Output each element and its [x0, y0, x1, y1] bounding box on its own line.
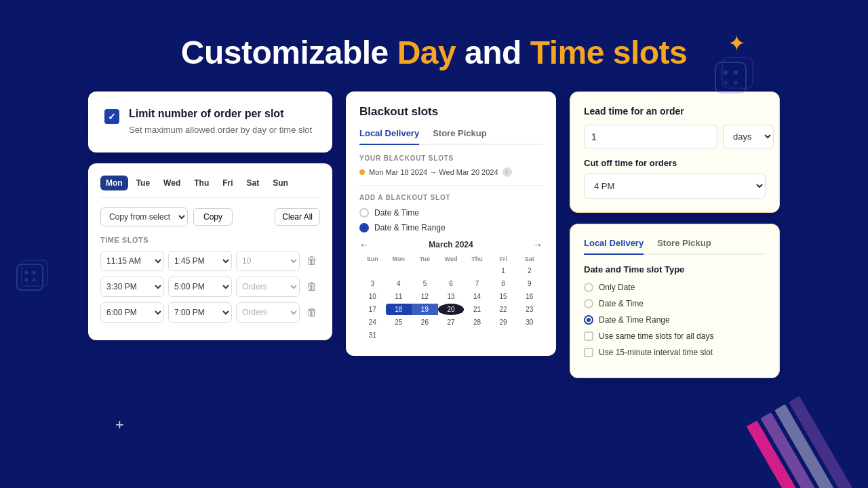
cal-cell-19[interactable]: 19: [412, 304, 438, 315]
cal-cell[interactable]: 13: [438, 291, 465, 302]
copy-from-select[interactable]: Copy from select: [100, 207, 188, 226]
svg-rect-15: [789, 396, 867, 488]
slot2-delete-button[interactable]: 🗑: [304, 279, 320, 295]
slot2-end-select[interactable]: 5:00 PM: [168, 277, 232, 297]
slot1-delete-button[interactable]: 🗑: [304, 253, 320, 269]
day-fri[interactable]: Fri: [217, 176, 238, 190]
day-mon[interactable]: Mon: [100, 176, 128, 190]
cal-next-button[interactable]: →: [533, 239, 542, 250]
cal-prev-button[interactable]: ←: [359, 239, 369, 250]
your-slots-label: YOUR BLACKOUT SLOTS: [359, 155, 542, 162]
limit-orders-checkbox[interactable]: [104, 109, 119, 124]
cal-cell[interactable]: 28: [464, 317, 490, 328]
radio-date-time-option-label: Date & Time: [599, 299, 644, 308]
cal-cell[interactable]: 25: [386, 317, 412, 328]
slot2-start-select[interactable]: 3:30 PM: [100, 277, 164, 297]
cal-cell[interactable]: [412, 265, 438, 277]
cal-cell[interactable]: 23: [516, 304, 542, 315]
days-row: Mon Tue Wed Thu Fri Sat Sun: [100, 176, 320, 198]
slot2-orders-select[interactable]: Orders: [236, 277, 300, 297]
cal-cell[interactable]: 26: [412, 317, 438, 328]
radio-date-time-range[interactable]: Date & Time Range: [359, 223, 542, 232]
slot1-orders-select[interactable]: 10: [236, 251, 300, 271]
delivery-tab-store[interactable]: Store Pickup: [657, 238, 711, 255]
tab-local-delivery[interactable]: Local Delivery: [359, 128, 419, 145]
page-header: Customizable Day and Time slots ✦: [41, 0, 827, 92]
cal-cell[interactable]: 9: [516, 278, 542, 289]
cal-cell[interactable]: 11: [386, 291, 412, 302]
radio-date-time-range-option[interactable]: Date & Time Range: [584, 315, 766, 325]
slot-type-title: Date and Time slot Type: [584, 264, 766, 274]
cal-cell[interactable]: 29: [490, 317, 517, 328]
cal-cell[interactable]: 17: [359, 304, 386, 315]
checkbox-15min[interactable]: Use 15-minute interval time slot: [584, 348, 766, 357]
day-sun[interactable]: Sun: [267, 176, 294, 190]
cal-cell[interactable]: 10: [359, 291, 386, 302]
cal-cell[interactable]: [438, 265, 465, 277]
cutoff-select[interactable]: 4 PM 12 AM 1 AM 5 PM: [584, 174, 766, 199]
day-thu[interactable]: Thu: [189, 176, 214, 190]
cal-cell[interactable]: [464, 265, 490, 277]
slot1-end-select[interactable]: 1:45 PM: [168, 251, 232, 271]
cal-cell[interactable]: 1: [490, 265, 517, 277]
cal-cell[interactable]: [386, 329, 412, 341]
radio-date-time-range-option-label: Date & Time Range: [599, 315, 670, 325]
cal-cell[interactable]: 14: [464, 291, 490, 302]
cal-cell[interactable]: 31: [359, 329, 386, 341]
checkbox-same-slots[interactable]: Use same time slots for all days: [584, 331, 766, 341]
cal-cell[interactable]: [412, 329, 438, 341]
radio-only-date-label: Only Date: [599, 283, 635, 292]
cal-cell[interactable]: 22: [490, 304, 517, 315]
cal-cell[interactable]: 15: [490, 291, 517, 302]
slot1-start-select[interactable]: 11:15 AM: [100, 251, 164, 271]
clear-all-button[interactable]: Clear All: [275, 208, 320, 226]
cal-cell[interactable]: [490, 329, 517, 341]
limit-orders-card: Limit number of order per slot Set maxim…: [88, 92, 332, 152]
day-sat[interactable]: Sat: [241, 176, 265, 190]
cal-cell[interactable]: 16: [516, 291, 542, 302]
limit-orders-title: Limit number of order per slot: [129, 108, 312, 120]
cards-container: Limit number of order per slot Set maxim…: [41, 92, 827, 378]
cal-cell[interactable]: 12: [412, 291, 438, 302]
cal-cell[interactable]: 5: [412, 278, 438, 289]
cal-cell[interactable]: [386, 265, 412, 277]
cal-cell[interactable]: 4: [386, 278, 412, 289]
cal-cell-20[interactable]: 20: [438, 304, 465, 315]
cal-cell[interactable]: [464, 329, 490, 341]
day-tue[interactable]: Tue: [131, 176, 155, 190]
cal-cell[interactable]: 6: [438, 278, 465, 289]
cal-cell[interactable]: 3: [359, 278, 386, 289]
radio-date-time-option[interactable]: Date & Time: [584, 299, 766, 308]
cal-cell[interactable]: [438, 329, 465, 341]
slot-row-1: 11:15 AM 1:45 PM 10 🗑: [100, 251, 320, 271]
cal-cell[interactable]: 30: [516, 317, 542, 328]
day-wed[interactable]: Wed: [158, 176, 186, 190]
divider: [359, 185, 542, 186]
cal-cell[interactable]: 24: [359, 317, 386, 328]
tab-store-pickup[interactable]: Store Pickup: [433, 128, 486, 145]
slot3-end-select[interactable]: 7:00 PM: [168, 302, 232, 323]
radio-only-date[interactable]: Only Date: [584, 283, 766, 292]
radio-date-time-range-label: Date & Time Range: [374, 223, 446, 232]
delivery-tab-local[interactable]: Local Delivery: [584, 238, 644, 255]
slot3-orders-select[interactable]: Orders: [236, 302, 300, 323]
lead-time-unit-select[interactable]: days hours: [723, 125, 774, 148]
cal-week-6: 31: [359, 329, 542, 341]
time-slots-label: TIME SLOTS: [100, 236, 320, 244]
radio-date-time[interactable]: Date & Time: [359, 208, 542, 218]
cal-cell[interactable]: 2: [516, 265, 542, 277]
cal-cell[interactable]: 21: [464, 304, 490, 315]
cal-cell[interactable]: 7: [464, 278, 490, 289]
cal-cell[interactable]: [359, 265, 386, 277]
cal-cell[interactable]: [516, 329, 542, 341]
slot3-delete-button[interactable]: 🗑: [304, 304, 320, 321]
cal-cell[interactable]: 27: [438, 317, 465, 328]
slot-row-3: 6:00 PM 7:00 PM Orders 🗑: [100, 302, 320, 323]
copy-button[interactable]: Copy: [193, 208, 233, 226]
cal-cell-18[interactable]: 18: [386, 304, 412, 315]
cal-cell[interactable]: 8: [490, 278, 517, 289]
slot3-start-select[interactable]: 6:00 PM: [100, 302, 164, 323]
slot-date-text: Mon Mar 18 2024 → Wed Mar 20 2024: [369, 168, 498, 176]
info-icon[interactable]: i: [502, 167, 512, 177]
lead-time-input[interactable]: [584, 125, 717, 148]
